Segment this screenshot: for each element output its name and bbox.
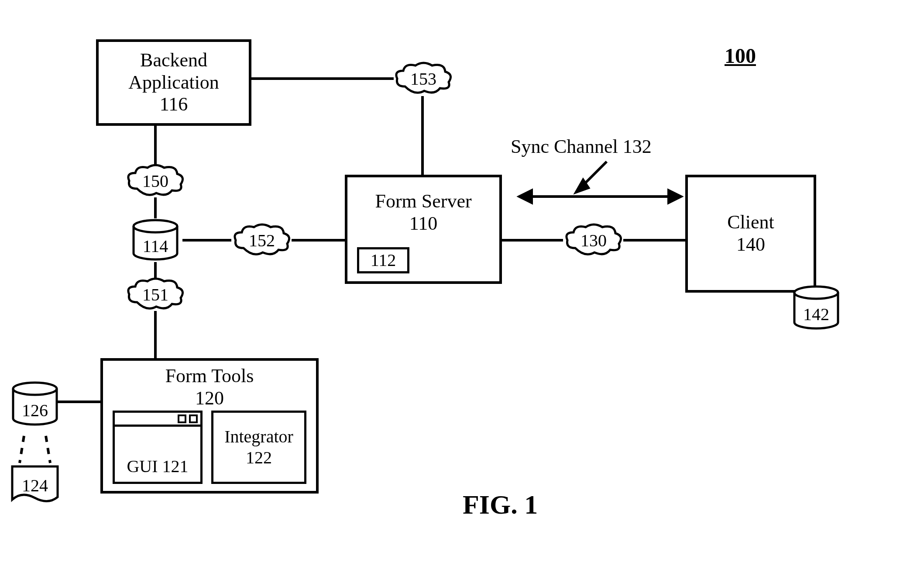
sync-channel-label: Sync Channel 132 bbox=[511, 135, 652, 158]
integrator-ref: 122 bbox=[246, 447, 272, 468]
svg-line-12 bbox=[46, 436, 50, 463]
client-box: Client 140 bbox=[685, 175, 816, 293]
svg-line-11 bbox=[20, 436, 24, 463]
cloud-151: 151 bbox=[125, 277, 186, 312]
figure-caption: FIG. 1 bbox=[463, 489, 538, 520]
cylinder-114: 114 bbox=[129, 218, 182, 262]
form-tools-ref: 120 bbox=[195, 387, 224, 410]
document-124-label: 124 bbox=[9, 475, 61, 496]
svg-marker-15 bbox=[669, 190, 681, 203]
backend-ref: 116 bbox=[160, 93, 188, 116]
backend-line1: Backend bbox=[140, 49, 207, 72]
svg-point-20 bbox=[13, 383, 57, 395]
cloud-130-label: 130 bbox=[563, 223, 624, 258]
cylinder-142: 142 bbox=[790, 284, 842, 332]
cylinder-114-label: 114 bbox=[129, 236, 182, 256]
client-line1: Client bbox=[727, 211, 774, 234]
inner-ref-112: 112 bbox=[371, 250, 396, 270]
window-minimize-icon bbox=[178, 414, 186, 423]
diagram-canvas: 100 Sync Channel 132 Backend Application… bbox=[0, 0, 924, 587]
gui-label: GUI 121 bbox=[115, 456, 200, 477]
window-maximize-icon bbox=[189, 414, 198, 423]
backend-application-box: Backend Application 116 bbox=[96, 39, 251, 126]
svg-marker-17 bbox=[576, 180, 588, 192]
cloud-150-label: 150 bbox=[125, 163, 186, 198]
cloud-152-label: 152 bbox=[231, 223, 292, 258]
svg-marker-14 bbox=[519, 190, 532, 203]
client-ref: 140 bbox=[736, 234, 765, 256]
form-server-inner-box: 112 bbox=[357, 247, 409, 273]
document-124: 124 bbox=[9, 463, 61, 507]
cloud-130: 130 bbox=[563, 223, 624, 258]
svg-point-18 bbox=[794, 287, 838, 299]
cloud-152: 152 bbox=[231, 223, 292, 258]
svg-point-19 bbox=[134, 220, 177, 232]
cylinder-126: 126 bbox=[9, 380, 61, 428]
svg-line-16 bbox=[576, 162, 607, 192]
form-server-box: Form Server 110 112 bbox=[345, 175, 502, 284]
cylinder-142-label: 142 bbox=[790, 304, 842, 325]
gui-window: GUI 121 bbox=[113, 411, 203, 484]
cloud-153: 153 bbox=[393, 61, 454, 96]
cloud-151-label: 151 bbox=[125, 277, 186, 312]
integrator-box: Integrator 122 bbox=[211, 411, 306, 484]
figure-number: 100 bbox=[725, 44, 756, 68]
form-server-ref: 110 bbox=[409, 213, 437, 235]
backend-line2: Application bbox=[128, 72, 219, 94]
cloud-150: 150 bbox=[125, 163, 186, 198]
integrator-line1: Integrator bbox=[224, 426, 293, 447]
cloud-153-label: 153 bbox=[393, 61, 454, 96]
gui-titlebar bbox=[115, 413, 200, 427]
form-server-line1: Form Server bbox=[375, 190, 471, 213]
cylinder-126-label: 126 bbox=[9, 400, 61, 421]
form-tools-line1: Form Tools bbox=[165, 365, 254, 387]
